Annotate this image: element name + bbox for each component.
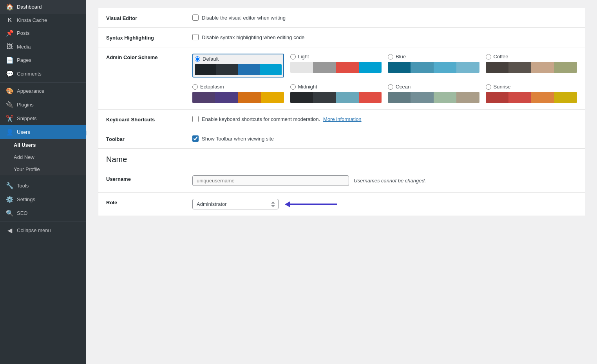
username-label: Username: [106, 175, 185, 182]
color-scheme-ectoplasm[interactable]: Ectoplasm: [192, 84, 284, 103]
swatch: [434, 92, 456, 103]
swatch: [508, 62, 531, 73]
collapse-icon: ◀: [6, 227, 14, 234]
sidebar-item-dashboard[interactable]: 🏠 Dashboard: [0, 0, 86, 14]
color-scheme-light-swatches: [290, 62, 382, 73]
color-scheme-default[interactable]: Default: [192, 54, 284, 77]
role-input-row: Administrator Editor Author Contributor …: [192, 199, 577, 209]
sidebar-item-collapse[interactable]: ◀ Collapse menu: [0, 223, 86, 237]
color-scheme-ocean-radio[interactable]: [388, 84, 393, 90]
syntax-highlighting-checkbox[interactable]: [192, 34, 199, 40]
color-scheme-coffee[interactable]: Coffee: [486, 54, 577, 77]
sidebar-item-users[interactable]: 👤 Users: [0, 125, 86, 139]
sidebar-label-plugins: Plugins: [17, 102, 34, 108]
color-scheme-midnight[interactable]: Midnight: [290, 84, 382, 103]
swatch: [388, 62, 411, 73]
visual-editor-checkbox[interactable]: [192, 14, 199, 21]
submenu-all-users[interactable]: All Users: [0, 139, 86, 151]
swatch: [508, 92, 531, 103]
color-scheme-sunrise-radio[interactable]: [486, 84, 491, 90]
color-scheme-midnight-header: Midnight: [290, 84, 382, 90]
sidebar-item-plugins[interactable]: 🔌 Plugins: [0, 98, 86, 112]
color-scheme-midnight-radio[interactable]: [290, 84, 296, 90]
color-scheme-light-radio[interactable]: [290, 54, 296, 59]
color-scheme-ocean-swatches: [388, 92, 479, 103]
color-scheme-coffee-header: Coffee: [486, 54, 577, 59]
swatch: [359, 92, 382, 103]
swatch: [260, 64, 281, 75]
keyboard-shortcuts-text: Enable keyboard shortcuts for comment mo…: [202, 116, 320, 122]
sidebar: 🏠 Dashboard K Kinsta Cache 📌 Posts 🖼 Med…: [0, 0, 86, 364]
syntax-highlighting-checkbox-label[interactable]: Disable syntax highlighting when editing…: [192, 34, 577, 40]
color-scheme-default-header: Default: [195, 56, 282, 62]
sidebar-item-snippets[interactable]: ✂️ Snippets: [0, 112, 86, 125]
comments-icon: 💬: [6, 70, 14, 77]
color-scheme-blue-swatches: [388, 62, 479, 73]
swatch: [313, 92, 336, 103]
submenu-your-profile[interactable]: Your Profile: [0, 163, 86, 175]
color-scheme-sunrise-label: Sunrise: [494, 84, 511, 90]
main-content: Visual Editor Disable the visual editor …: [86, 0, 597, 364]
color-scheme-blue-header: Blue: [388, 54, 479, 59]
visual-editor-checkbox-label[interactable]: Disable the visual editor when writing: [192, 14, 577, 21]
color-scheme-midnight-label: Midnight: [298, 84, 317, 90]
color-scheme-blue-label: Blue: [396, 54, 406, 59]
arrow-line: [290, 204, 337, 205]
color-scheme-ectoplasm-radio[interactable]: [192, 84, 198, 90]
sidebar-item-settings[interactable]: ⚙️ Settings: [0, 193, 86, 206]
color-scheme-sunrise[interactable]: Sunrise: [486, 84, 577, 103]
color-scheme-coffee-radio[interactable]: [486, 54, 491, 59]
swatch: [531, 62, 554, 73]
keyboard-shortcuts-checkbox[interactable]: [192, 116, 199, 122]
tools-icon: 🔧: [6, 182, 14, 189]
color-scheme-midnight-swatches: [290, 92, 382, 103]
swatch: [215, 92, 238, 103]
sidebar-label-comments: Comments: [17, 71, 42, 77]
toolbar-checkbox[interactable]: [192, 135, 199, 142]
sidebar-item-kinsta-cache[interactable]: K Kinsta Cache: [0, 14, 86, 26]
sidebar-item-appearance[interactable]: 🎨 Appearance: [0, 84, 86, 98]
color-scheme-default-label: Default: [203, 56, 219, 62]
sidebar-item-media[interactable]: 🖼 Media: [0, 40, 86, 53]
sidebar-item-comments[interactable]: 💬 Comments: [0, 67, 86, 81]
swatch: [192, 92, 215, 103]
all-users-label: All Users: [14, 142, 36, 148]
swatch: [456, 62, 479, 73]
visual-editor-row: Visual Editor Disable the visual editor …: [98, 8, 585, 28]
swatch: [290, 92, 313, 103]
swatch: [238, 64, 260, 75]
swatch: [261, 92, 284, 103]
role-select[interactable]: Administrator Editor Author Contributor …: [192, 199, 279, 209]
sidebar-item-posts[interactable]: 📌 Posts: [0, 26, 86, 40]
submenu-add-new[interactable]: Add New: [0, 151, 86, 163]
color-scheme-blue[interactable]: Blue: [388, 54, 479, 77]
swatch: [336, 92, 358, 103]
swatch: [434, 62, 456, 73]
toolbar-label: Toolbar: [106, 135, 185, 142]
sidebar-label-posts: Posts: [17, 30, 30, 36]
visual-editor-label: Visual Editor: [106, 14, 185, 21]
color-scheme-coffee-label: Coffee: [494, 54, 508, 59]
color-scheme-light[interactable]: Light: [290, 54, 382, 77]
more-information-link[interactable]: More information: [323, 116, 362, 122]
sidebar-item-pages[interactable]: 📄 Pages: [0, 53, 86, 67]
swatch: [411, 92, 433, 103]
sidebar-label-collapse: Collapse menu: [17, 227, 51, 233]
sidebar-item-tools[interactable]: 🔧 Tools: [0, 179, 86, 193]
username-input[interactable]: [192, 175, 349, 186]
color-scheme-ocean[interactable]: Ocean: [388, 84, 479, 103]
sidebar-label-appearance: Appearance: [17, 88, 44, 94]
swatch: [456, 92, 479, 103]
sidebar-label-settings: Settings: [17, 196, 35, 202]
keyboard-shortcuts-checkbox-label[interactable]: Enable keyboard shortcuts for comment mo…: [192, 116, 577, 122]
settings-container: Visual Editor Disable the visual editor …: [98, 8, 585, 216]
sidebar-label-tools: Tools: [17, 183, 29, 189]
add-new-label: Add New: [14, 154, 34, 160]
color-scheme-default-radio[interactable]: [195, 56, 200, 62]
color-scheme-blue-radio[interactable]: [388, 54, 393, 59]
color-scheme-grid: Default: [192, 54, 577, 103]
arrow-head-icon: [285, 201, 290, 207]
color-scheme-ocean-label: Ocean: [396, 84, 411, 90]
sidebar-item-seo[interactable]: 🔍 SEO: [0, 206, 86, 220]
toolbar-checkbox-label[interactable]: Show Toolbar when viewing site: [192, 135, 577, 142]
